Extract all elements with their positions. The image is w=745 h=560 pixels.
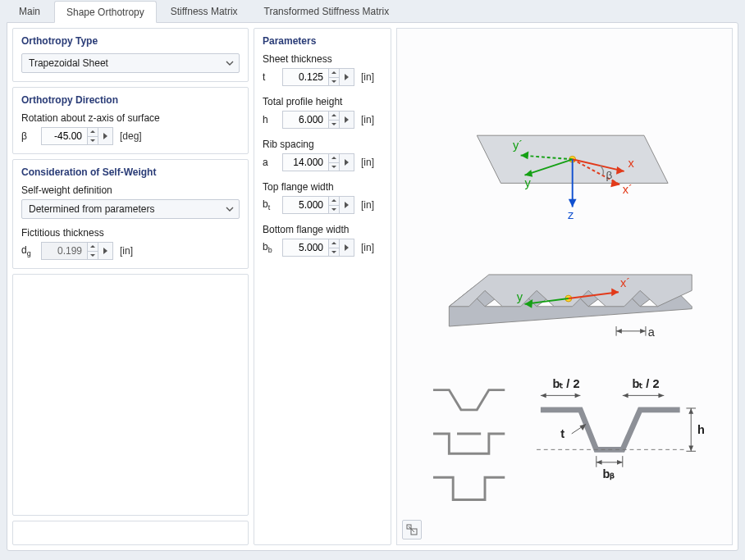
fictitious-spin-up[interactable] [88, 243, 98, 252]
axis-z-label: z [568, 208, 574, 221]
rotation-spin-down[interactable] [88, 137, 98, 145]
rotation-input[interactable] [41, 127, 87, 145]
h-symbol: h [263, 114, 279, 125]
diagram-panel: y y´ x x´ z [396, 28, 733, 545]
h-spin-buttons [328, 111, 340, 129]
svg-marker-41 [688, 446, 693, 452]
bb-row: bb [in] [263, 239, 382, 257]
rotation-apply-button[interactable] [98, 127, 113, 145]
axes-diagram: y y´ x x´ z [477, 135, 668, 221]
svg-marker-26 [616, 329, 622, 334]
bt-row: bt [in] [263, 196, 382, 214]
t-spin-down[interactable] [329, 78, 339, 86]
selfweight-def-label: Self-weight definition [21, 184, 240, 196]
bb-input[interactable] [282, 239, 328, 257]
rotation-label: Rotation about z-axis of surface [21, 112, 240, 124]
panel-self-weight: Consideration of Self-Weight Self-weight… [12, 159, 249, 269]
svg-marker-33 [658, 393, 664, 398]
expand-diagram-button[interactable] [402, 520, 422, 540]
tab-stiffness-matrix[interactable]: Stiffness Matrix [158, 0, 250, 22]
h-input[interactable] [282, 111, 328, 129]
bt-spin-down[interactable] [329, 206, 339, 214]
bt-spinner [282, 196, 354, 214]
chevron-down-icon [226, 207, 234, 212]
dimension-diagram: bₜ / 2 bₜ / 2 t [537, 377, 705, 481]
bt-label: Top flange width [263, 181, 382, 193]
label-a: a [648, 326, 656, 339]
bb-spin-up[interactable] [329, 239, 339, 248]
play-icon [345, 74, 349, 80]
a-input[interactable] [282, 153, 328, 171]
selfweight-select[interactable]: Determined from parameters [21, 199, 240, 219]
t-unit: [in] [361, 71, 374, 83]
h-spin-up[interactable] [329, 112, 339, 121]
t-row: t [in] [263, 68, 382, 86]
axis-beta-label: β [606, 169, 612, 181]
tab-shape-orthotropy[interactable]: Shape Orthotropy [54, 1, 157, 23]
a-apply-button[interactable] [340, 153, 354, 171]
fictitious-spin-down[interactable] [88, 252, 98, 260]
bb-symbol: bb [263, 241, 279, 254]
rotation-row: β [deg] [21, 127, 240, 145]
bt-input[interactable] [282, 196, 328, 214]
t-spin-buttons [328, 68, 340, 86]
a-spin-up[interactable] [329, 154, 339, 163]
axis-xp-label-2: x´ [620, 276, 630, 289]
play-icon [345, 202, 349, 208]
h-spin-down[interactable] [329, 121, 339, 129]
selfweight-value: Determined from parameters [29, 203, 154, 215]
svg-marker-11 [569, 199, 577, 207]
tab-main[interactable]: Main [7, 0, 53, 22]
bt-apply-button[interactable] [340, 196, 354, 214]
h-apply-button[interactable] [340, 111, 354, 129]
triangle-down-icon [331, 80, 336, 83]
a-spin-down[interactable] [329, 163, 339, 171]
rotation-spinner [41, 127, 113, 145]
svg-marker-30 [575, 393, 581, 398]
triangle-down-icon [331, 123, 336, 125]
chevron-down-icon [226, 61, 234, 66]
tab-transformed-stiffness[interactable]: Transformed Stiffness Matrix [252, 0, 402, 22]
fictitious-input[interactable] [41, 242, 87, 260]
trapezoid-3d-diagram: y x´ a [449, 275, 692, 339]
play-icon [345, 116, 349, 123]
triangle-down-icon [90, 254, 95, 257]
a-symbol: a [263, 157, 279, 168]
t-label: Sheet thickness [263, 53, 382, 65]
triangle-up-icon [331, 199, 336, 202]
bb-spin-down[interactable] [329, 248, 339, 257]
cross-section-shapes [433, 390, 505, 500]
bb-label: Bottom flange width [263, 224, 382, 235]
bt-spin-buttons [328, 196, 340, 214]
label-bb: bᵦ [603, 467, 615, 480]
axis-x-label: x [628, 157, 635, 170]
diagram-corner-button [402, 520, 422, 540]
label-bt2a: bₜ / 2 [552, 377, 579, 390]
t-apply-button[interactable] [340, 68, 354, 86]
fictitious-unit: [in] [120, 245, 133, 257]
rotation-unit: [deg] [120, 130, 142, 142]
bottom-bar-left [12, 521, 249, 545]
section-title-selfweight: Consideration of Self-Weight [21, 166, 240, 178]
axis-y-label-2: y [517, 290, 523, 303]
svg-marker-27 [640, 329, 646, 334]
bt-spin-up[interactable] [329, 197, 339, 206]
triangle-up-icon [331, 157, 336, 159]
rotation-spin-up[interactable] [88, 128, 98, 137]
label-h: h [697, 423, 705, 436]
h-label: Total profile height [263, 96, 382, 107]
orthotropy-type-select[interactable]: Trapezoidal Sheet [21, 53, 240, 73]
triangle-down-icon [331, 166, 336, 168]
t-input[interactable] [282, 68, 328, 86]
a-spinner [282, 153, 354, 171]
t-spin-up[interactable] [329, 69, 339, 78]
fictitious-apply-button[interactable] [98, 242, 113, 260]
panel-orthotropy-type: Orthotropy Type Trapezoidal Sheet [12, 28, 249, 82]
a-unit: [in] [361, 157, 374, 168]
t-symbol: t [263, 71, 279, 83]
bb-apply-button[interactable] [340, 239, 354, 257]
play-icon [345, 159, 349, 166]
h-unit: [in] [361, 114, 374, 125]
panel-orthotropy-direction: Orthotropy Direction Rotation about z-ax… [12, 87, 249, 154]
axis-y-label: y [525, 176, 532, 189]
